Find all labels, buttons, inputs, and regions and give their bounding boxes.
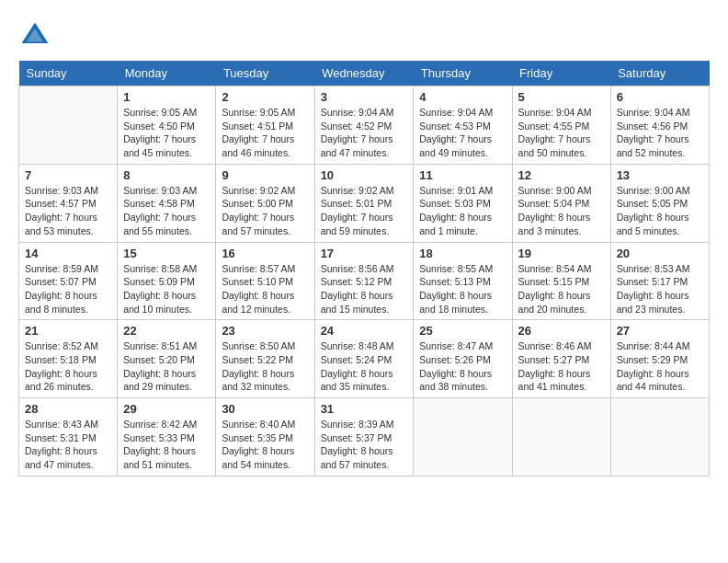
- day-number: 28: [25, 402, 111, 416]
- day-number: 23: [222, 324, 308, 338]
- page-header: [18, 18, 710, 52]
- day-number: 11: [419, 168, 506, 182]
- day-number: 6: [617, 90, 703, 104]
- calendar-day-cell: 31Sunrise: 8:39 AM Sunset: 5:37 PM Dayli…: [314, 398, 414, 477]
- calendar-day-cell: 3Sunrise: 9:04 AM Sunset: 4:52 PM Daylig…: [314, 86, 414, 165]
- day-number: 24: [321, 324, 408, 338]
- day-number: 26: [518, 324, 605, 338]
- calendar-week-row: 28Sunrise: 8:43 AM Sunset: 5:31 PM Dayli…: [19, 398, 710, 477]
- day-info: Sunrise: 9:00 AM Sunset: 5:05 PM Dayligh…: [617, 184, 703, 238]
- calendar-day-cell: 11Sunrise: 9:01 AM Sunset: 5:03 PM Dayli…: [414, 164, 512, 242]
- calendar-week-row: 14Sunrise: 8:59 AM Sunset: 5:07 PM Dayli…: [19, 242, 710, 320]
- calendar-day-cell: 4Sunrise: 9:04 AM Sunset: 4:53 PM Daylig…: [414, 86, 512, 165]
- day-number: 14: [25, 247, 111, 260]
- day-info: Sunrise: 8:57 AM Sunset: 5:10 PM Dayligh…: [222, 262, 308, 316]
- day-number: 7: [25, 168, 111, 182]
- day-info: Sunrise: 8:40 AM Sunset: 5:35 PM Dayligh…: [222, 418, 308, 472]
- day-info: Sunrise: 8:42 AM Sunset: 5:33 PM Dayligh…: [123, 418, 210, 472]
- day-info: Sunrise: 8:54 AM Sunset: 5:15 PM Dayligh…: [518, 262, 605, 316]
- calendar-day-cell: [19, 86, 118, 165]
- day-info: Sunrise: 8:50 AM Sunset: 5:22 PM Dayligh…: [222, 339, 308, 394]
- calendar-day-cell: 10Sunrise: 9:02 AM Sunset: 5:01 PM Dayli…: [314, 164, 414, 242]
- day-number: 13: [617, 168, 703, 182]
- calendar-day-cell: 30Sunrise: 8:40 AM Sunset: 5:35 PM Dayli…: [216, 398, 314, 477]
- calendar-day-cell: 19Sunrise: 8:54 AM Sunset: 5:15 PM Dayli…: [512, 242, 610, 320]
- day-info: Sunrise: 8:56 AM Sunset: 5:12 PM Dayligh…: [321, 262, 408, 316]
- calendar-day-header: Wednesday: [314, 61, 414, 86]
- calendar-day-cell: 6Sunrise: 9:04 AM Sunset: 4:56 PM Daylig…: [610, 86, 709, 165]
- calendar-header-row: SundayMondayTuesdayWednesdayThursdayFrid…: [19, 61, 710, 86]
- day-number: 9: [222, 168, 308, 182]
- calendar-day-cell: 5Sunrise: 9:04 AM Sunset: 4:55 PM Daylig…: [512, 86, 610, 165]
- day-info: Sunrise: 8:39 AM Sunset: 5:37 PM Dayligh…: [321, 418, 408, 472]
- day-info: Sunrise: 9:05 AM Sunset: 4:51 PM Dayligh…: [222, 106, 308, 160]
- calendar-day-cell: 2Sunrise: 9:05 AM Sunset: 4:51 PM Daylig…: [216, 86, 314, 165]
- calendar-day-cell: 20Sunrise: 8:53 AM Sunset: 5:17 PM Dayli…: [610, 242, 709, 320]
- day-number: 22: [123, 324, 210, 338]
- calendar-day-cell: 1Sunrise: 9:05 AM Sunset: 4:50 PM Daylig…: [118, 86, 216, 165]
- calendar-day-cell: 21Sunrise: 8:52 AM Sunset: 5:18 PM Dayli…: [19, 320, 118, 398]
- day-info: Sunrise: 9:03 AM Sunset: 4:57 PM Dayligh…: [25, 184, 111, 238]
- calendar-day-cell: 14Sunrise: 8:59 AM Sunset: 5:07 PM Dayli…: [19, 242, 118, 320]
- calendar-day-cell: 29Sunrise: 8:42 AM Sunset: 5:33 PM Dayli…: [118, 398, 216, 477]
- day-number: 3: [321, 90, 408, 104]
- day-info: Sunrise: 8:53 AM Sunset: 5:17 PM Dayligh…: [617, 262, 703, 316]
- calendar-day-cell: 15Sunrise: 8:58 AM Sunset: 5:09 PM Dayli…: [118, 242, 216, 320]
- calendar-day-cell: 27Sunrise: 8:44 AM Sunset: 5:29 PM Dayli…: [610, 320, 709, 398]
- calendar-day-cell: 17Sunrise: 8:56 AM Sunset: 5:12 PM Dayli…: [314, 242, 414, 320]
- day-info: Sunrise: 9:04 AM Sunset: 4:52 PM Dayligh…: [321, 106, 408, 160]
- calendar-table: SundayMondayTuesdayWednesdayThursdayFrid…: [18, 61, 710, 477]
- day-number: 19: [518, 247, 605, 260]
- day-number: 31: [321, 402, 408, 416]
- day-number: 16: [222, 247, 308, 260]
- calendar-day-cell: [610, 398, 709, 477]
- calendar-day-cell: 12Sunrise: 9:00 AM Sunset: 5:04 PM Dayli…: [512, 164, 610, 242]
- calendar-day-cell: 7Sunrise: 9:03 AM Sunset: 4:57 PM Daylig…: [19, 164, 118, 242]
- calendar-day-header: Friday: [512, 61, 610, 86]
- day-number: 21: [25, 324, 111, 338]
- calendar-day-cell: 8Sunrise: 9:03 AM Sunset: 4:58 PM Daylig…: [118, 164, 216, 242]
- calendar-day-header: Thursday: [414, 61, 512, 86]
- day-info: Sunrise: 9:04 AM Sunset: 4:53 PM Dayligh…: [419, 106, 506, 160]
- calendar-day-cell: 13Sunrise: 9:00 AM Sunset: 5:05 PM Dayli…: [610, 164, 709, 242]
- calendar-day-cell: 28Sunrise: 8:43 AM Sunset: 5:31 PM Dayli…: [19, 398, 118, 477]
- day-info: Sunrise: 8:46 AM Sunset: 5:27 PM Dayligh…: [518, 339, 605, 394]
- day-number: 4: [419, 90, 506, 104]
- calendar-day-cell: 16Sunrise: 8:57 AM Sunset: 5:10 PM Dayli…: [216, 242, 314, 320]
- calendar-week-row: 21Sunrise: 8:52 AM Sunset: 5:18 PM Dayli…: [19, 320, 710, 398]
- day-number: 5: [518, 90, 605, 104]
- day-number: 10: [321, 168, 408, 182]
- day-info: Sunrise: 9:02 AM Sunset: 5:01 PM Dayligh…: [321, 184, 408, 238]
- day-info: Sunrise: 8:48 AM Sunset: 5:24 PM Dayligh…: [321, 339, 408, 394]
- day-info: Sunrise: 8:58 AM Sunset: 5:09 PM Dayligh…: [123, 262, 210, 316]
- day-info: Sunrise: 8:44 AM Sunset: 5:29 PM Dayligh…: [617, 339, 703, 394]
- day-number: 18: [419, 247, 506, 260]
- day-info: Sunrise: 9:01 AM Sunset: 5:03 PM Dayligh…: [419, 184, 506, 238]
- day-number: 20: [617, 247, 703, 260]
- calendar-day-cell: 22Sunrise: 8:51 AM Sunset: 5:20 PM Dayli…: [118, 320, 216, 398]
- day-info: Sunrise: 9:04 AM Sunset: 4:56 PM Dayligh…: [617, 106, 703, 160]
- calendar-day-header: Tuesday: [216, 61, 314, 86]
- calendar-day-header: Sunday: [19, 61, 118, 86]
- day-info: Sunrise: 9:04 AM Sunset: 4:55 PM Dayligh…: [518, 106, 605, 160]
- calendar-day-cell: 24Sunrise: 8:48 AM Sunset: 5:24 PM Dayli…: [314, 320, 414, 398]
- calendar-day-cell: 23Sunrise: 8:50 AM Sunset: 5:22 PM Dayli…: [216, 320, 314, 398]
- calendar-day-cell: 26Sunrise: 8:46 AM Sunset: 5:27 PM Dayli…: [512, 320, 610, 398]
- day-number: 17: [321, 247, 408, 260]
- day-number: 30: [222, 402, 308, 416]
- calendar-day-cell: 25Sunrise: 8:47 AM Sunset: 5:26 PM Dayli…: [414, 320, 512, 398]
- day-info: Sunrise: 9:00 AM Sunset: 5:04 PM Dayligh…: [518, 184, 605, 238]
- day-info: Sunrise: 8:52 AM Sunset: 5:18 PM Dayligh…: [25, 339, 111, 394]
- day-number: 12: [518, 168, 605, 182]
- day-number: 29: [123, 402, 210, 416]
- day-info: Sunrise: 9:02 AM Sunset: 5:00 PM Dayligh…: [222, 184, 308, 238]
- calendar-day-cell: [512, 398, 610, 477]
- day-info: Sunrise: 8:55 AM Sunset: 5:13 PM Dayligh…: [419, 262, 506, 316]
- day-number: 1: [123, 90, 210, 104]
- day-info: Sunrise: 8:47 AM Sunset: 5:26 PM Dayligh…: [419, 339, 506, 394]
- logo-icon: [18, 18, 51, 52]
- day-info: Sunrise: 9:03 AM Sunset: 4:58 PM Dayligh…: [123, 184, 210, 238]
- calendar-day-cell: [414, 398, 512, 477]
- day-info: Sunrise: 8:51 AM Sunset: 5:20 PM Dayligh…: [123, 339, 210, 394]
- day-number: 8: [123, 168, 210, 182]
